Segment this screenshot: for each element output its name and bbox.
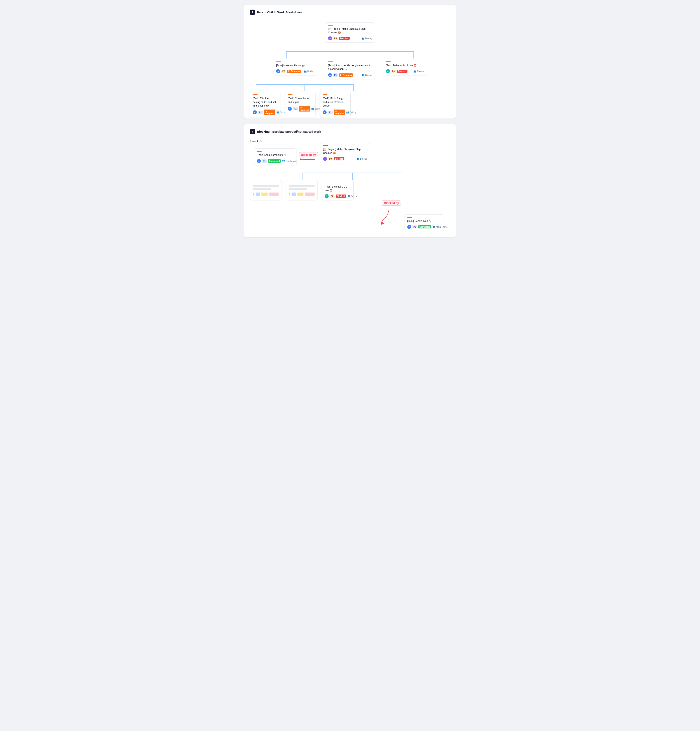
- root-accent: [328, 25, 333, 25]
- level2-status-2: Blocked: [397, 70, 408, 73]
- root-card-footer: A P0 Blocked 👥 Baking: [328, 36, 372, 40]
- project-priority-s2: P0: [328, 157, 333, 160]
- level2-wrapper: [Task] Make cookie dough A P0 In Progres…: [250, 51, 450, 84]
- level2-card-0[interactable]: [Task] Make cookie dough A P0 In Progres…: [273, 59, 317, 75]
- shop-card[interactable]: [Task] Shop ingredients 🛒 A P1 Completed…: [254, 148, 297, 165]
- level3-footer-0: A P1 In Progress 👥 Baking: [253, 110, 278, 115]
- shop-team: 👥 Purchasing: [282, 160, 296, 162]
- root-card[interactable]: [📋 Project] Make Chocolate Chip Cookies …: [325, 22, 375, 43]
- level3-team-2: 👥 Baking: [346, 111, 357, 113]
- root-status: Blocked: [339, 37, 349, 40]
- blur-badge-0: [255, 192, 260, 196]
- root-row: [📋 Project] Make Chocolate Chip Cookies …: [250, 22, 450, 51]
- s2-level2-hline: [302, 173, 402, 173]
- repair-footer: A P2 Completed 👥 Maintenance: [407, 225, 441, 229]
- blur-accent-0: [253, 183, 258, 183]
- blur-line-0: [253, 185, 279, 187]
- blur-line-3: [289, 188, 307, 190]
- blocked-by-arrow-1: Blocked by: [299, 152, 318, 161]
- s2-level2-wrapper: [Task] Bake for 9-11 min ⏰ A P0 Blocked …: [250, 173, 450, 197]
- project-accent-s2: [323, 145, 328, 146]
- repair-avatar: A: [407, 225, 411, 229]
- level2-drop-center: [350, 51, 350, 59]
- blocked-arrow-svg-1: [301, 157, 315, 161]
- level2-team-0: 👥 Baking: [304, 70, 314, 73]
- shop-avatar: A: [257, 159, 261, 163]
- s2-drop-2: [402, 173, 402, 180]
- shop-priority: P1: [262, 159, 267, 163]
- blur-line-2: [289, 185, 315, 187]
- section-1: 1 Parent Child - Work Breakdown [📋 Proje…: [244, 5, 456, 119]
- level3-priority-0: P1: [258, 111, 263, 114]
- level3-drop-2: [353, 84, 354, 91]
- root-node: [📋 Project] Make Chocolate Chip Cookies …: [325, 22, 375, 51]
- level3-footer-1: A P1 In Progress 👥 Baking: [288, 106, 313, 112]
- root-priority: P0: [333, 37, 338, 40]
- project-team-s2: 👥 Baking: [357, 157, 367, 160]
- level3-wrapper: [Task] Mix flour, baking soda, and salt …: [250, 84, 450, 108]
- level2-avatar-1: A: [328, 73, 332, 77]
- project-avatar-s2: A: [323, 157, 327, 161]
- level2-title-2: [Task] Bake for 9-11 min ⏰: [386, 64, 424, 67]
- level3-connector: [Task] Mix flour, baking soda, and salt …: [250, 84, 354, 108]
- level3-title-0: [Task] Mix flour, baking soda, and salt …: [253, 97, 278, 107]
- level3-card-2[interactable]: [Task] Mix in 2 eggs and a tsp of vanill…: [320, 92, 351, 117]
- s2-drop-0: [302, 173, 303, 180]
- level2-footer-2: A P0 Blocked 👥 Baking: [386, 69, 424, 73]
- section-number-1: 1: [250, 10, 255, 15]
- level2-accent-0: [276, 62, 281, 62]
- level2-card-2[interactable]: [Task] Bake for 9-11 min ⏰ A P0 Blocked …: [383, 59, 427, 75]
- level2-title-0: [Task] Make cookie dough: [276, 64, 314, 67]
- blur-dot-0: [253, 193, 254, 195]
- shop-accent: [257, 151, 261, 152]
- blocked-by-section-2: Blocked by: [377, 201, 401, 222]
- bake-accent-s2: [325, 183, 329, 183]
- section-1-tree: [📋 Project] Make Chocolate Chip Cookies …: [250, 21, 450, 112]
- level2-footer-0: A P0 In Progress 👥 Baking: [276, 69, 314, 73]
- level2-avatar-0: A: [276, 69, 280, 73]
- level3-avatar-1: A: [288, 107, 292, 111]
- s2-blocking-row: [Task] Shop ingredients 🛒 A P1 Completed…: [250, 142, 450, 171]
- repair-status: Completed: [418, 225, 431, 228]
- blur-line-1: [253, 188, 271, 190]
- repair-title: [Task] Repair oven 🔧: [407, 219, 441, 223]
- level2-title-1: [Task] Scoop cookie dough evenly onto a …: [328, 64, 372, 71]
- level2-node-0: [Task] Make cookie dough A P0 In Progres…: [273, 59, 317, 84]
- s2-blocked-by-row: Blocked by [Task] Repair oven 🔧: [250, 197, 450, 231]
- blur-badge-2: [269, 192, 279, 196]
- level3-priority-1: P1: [293, 107, 298, 110]
- root-avatar: A: [328, 36, 332, 40]
- blur-badge-1: [261, 192, 268, 196]
- blur-accent-1: [289, 183, 294, 183]
- root-card-title: [📋 Project] Make Chocolate Chip Cookies …: [328, 27, 372, 34]
- level2-avatar-2: A: [386, 69, 390, 73]
- level3-title-1: [Task] Cream butter and sugar: [288, 97, 313, 104]
- level2-drop-right: [414, 51, 414, 59]
- level3-card-1[interactable]: [Task] Cream butter and sugar A P1 In Pr…: [285, 92, 316, 117]
- root-footer-left: A P0 Blocked: [328, 36, 349, 40]
- level3-drop-0: [256, 84, 256, 91]
- level3-card-0[interactable]: [Task] Mix flour, baking soda, and salt …: [250, 92, 281, 117]
- level3-status-0: In Progress: [264, 110, 275, 115]
- s2-project-col: [📋 Project] Make Chocolate Chip Cookies …: [320, 142, 370, 171]
- level2-accent-2: [386, 62, 391, 62]
- project-footer-s2: A P0 Blocked 👥 Baking: [323, 157, 367, 161]
- shop-title: [Task] Shop ingredients 🛒: [257, 153, 294, 157]
- blocked-by-label-1: Blocked by: [299, 152, 318, 157]
- project-vert-s2: [345, 163, 345, 171]
- section-1-header: 1 Parent Child - Work Breakdown: [250, 10, 450, 15]
- level2-cards-row: [Task] Make cookie dough A P0 In Progres…: [273, 59, 427, 84]
- level3-accent-0: [253, 94, 258, 95]
- s2-drop-1: [352, 173, 352, 180]
- level3-hline: [256, 84, 354, 85]
- blocked-by-label-2: Blocked by: [382, 201, 401, 206]
- blur-badge-5: [305, 192, 315, 196]
- level3-status-2: In Progress: [334, 110, 345, 115]
- project-card-s2[interactable]: [📋 Project] Make Chocolate Chip Cookies …: [320, 142, 370, 163]
- root-vert-line: [350, 43, 350, 51]
- level2-card-1[interactable]: [Task] Scoop cookie dough evenly onto a …: [325, 59, 375, 79]
- repair-card[interactable]: [Task] Repair oven 🔧 A P2 Completed 👥 Ma…: [404, 214, 444, 231]
- shop-footer: A P1 Completed 👥 Purchasing: [257, 159, 294, 163]
- level2-team-2: 👥 Baking: [414, 70, 424, 73]
- level3-priority-2: P1: [328, 111, 333, 114]
